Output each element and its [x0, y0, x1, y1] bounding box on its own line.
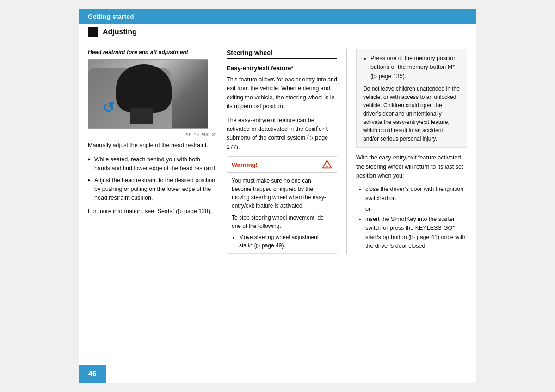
header-bar: Getting started: [79, 9, 476, 24]
condition-item-1: close the driver’s door with the ignitio…: [365, 185, 467, 203]
warning-label: Warning!: [232, 161, 258, 168]
head-restraint-title: Head restraint fore and aft adjustment: [88, 49, 217, 55]
section-title: Adjusting: [103, 28, 137, 36]
warning-text: You must make sure no one can become tra…: [232, 177, 332, 210]
car-image-inner: ↺: [88, 60, 208, 128]
condition-bullet-list-2: insert the SmartKey into the starter swi…: [356, 215, 467, 251]
condition-item-2: insert the SmartKey into the starter swi…: [365, 215, 467, 251]
arrow-icon: ↺: [102, 99, 115, 116]
car-image: ↺: [88, 59, 208, 129]
svg-point-1: [327, 166, 327, 167]
warning-bullet-item: Move steering wheel adjustment stalk* (▷…: [239, 233, 332, 250]
more-info-text: For more information, see “Seats” (▷ pag…: [88, 207, 217, 216]
adjust-text: Manually adjust the angle of the head re…: [88, 141, 217, 150]
feature-desc2: The easy-entry/exit feature can be activ…: [227, 116, 337, 152]
intro-text: With the easy-entry/exit feature activat…: [356, 153, 467, 180]
page-number-bar: 46: [79, 365, 106, 383]
headrest-neck: [130, 108, 153, 124]
section-marker: [88, 27, 98, 37]
condition-bullet-list: close the driver’s door with the ignitio…: [356, 185, 467, 203]
headrest-shape: [116, 64, 172, 113]
bullet-list: While seated, reach behind you with both…: [88, 155, 217, 202]
warning-box: Warning! You must make sure no one can b…: [227, 156, 337, 254]
stop-text: To stop steering wheel movement, do one …: [232, 214, 332, 230]
list-item: While seated, reach behind you with both…: [88, 155, 217, 173]
warning-content: You must make sure no one can become tra…: [227, 173, 337, 253]
feature-code: Comfort: [305, 126, 329, 132]
feature-desc3-text: submenu of the control system (▷ page 17…: [227, 135, 328, 150]
feature-desc1: This feature allows for easier entry int…: [227, 75, 337, 111]
warning-triangle-icon: [322, 159, 332, 170]
feature-title: Easy-entry/exit feature*: [227, 65, 337, 72]
content-area: Head restraint fore and aft adjustment ↺…: [79, 49, 476, 254]
section-title-bar: Adjusting: [79, 24, 476, 40]
list-item: Adjust the head restraint to the desired…: [88, 176, 217, 202]
page: Getting started Adjusting Head restraint…: [79, 9, 476, 383]
caution-bullet-item: Press one of the memory position buttons…: [370, 54, 460, 81]
caution-text: Do not leave children unattended in the …: [363, 85, 460, 143]
steering-title: Steering wheel: [227, 49, 337, 59]
middle-column: Steering wheel Easy-entry/exit feature* …: [227, 49, 347, 254]
feature-desc2-text: The easy-entry/exit feature can be activ…: [227, 117, 314, 132]
left-column: Head restraint fore and aft adjustment ↺…: [88, 49, 227, 254]
page-number: 46: [88, 370, 97, 378]
warning-bullet-list: Move steering wheel adjustment stalk* (▷…: [232, 233, 332, 250]
header-title: Getting started: [88, 13, 134, 20]
right-column: Press one of the memory position buttons…: [347, 49, 467, 254]
or-text: or: [365, 206, 467, 212]
caution-box: Press one of the memory position buttons…: [356, 49, 467, 148]
image-caption: P91 16-2462-31: [88, 132, 217, 137]
caution-bullet-list: Press one of the memory position buttons…: [363, 54, 460, 81]
warning-header: Warning!: [227, 157, 337, 173]
